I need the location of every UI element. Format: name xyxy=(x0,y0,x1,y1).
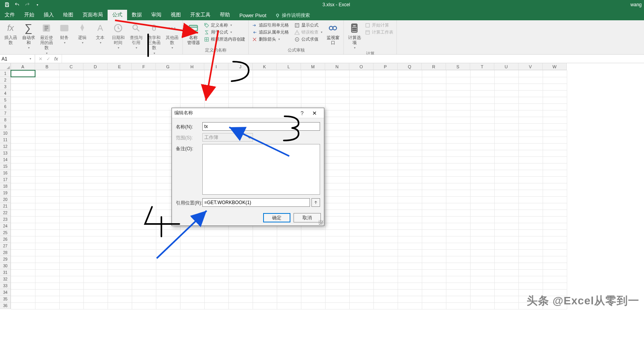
row-header[interactable]: 9 xyxy=(0,123,11,130)
cell[interactable] xyxy=(11,156,35,163)
cell[interactable] xyxy=(59,302,83,309)
cell[interactable] xyxy=(35,203,59,210)
cell[interactable] xyxy=(398,216,422,223)
cell[interactable] xyxy=(518,269,543,276)
cell[interactable] xyxy=(59,283,83,289)
cell[interactable] xyxy=(446,123,470,130)
cell[interactable] xyxy=(108,269,132,276)
cell[interactable] xyxy=(59,110,83,117)
cell[interactable] xyxy=(253,84,277,90)
cell[interactable] xyxy=(132,117,156,123)
cell[interactable] xyxy=(132,236,156,243)
cell[interactable] xyxy=(470,143,494,150)
cell[interactable] xyxy=(156,77,180,84)
cell[interactable] xyxy=(228,276,253,283)
cell[interactable] xyxy=(446,269,470,276)
cell[interactable] xyxy=(132,70,156,77)
cell[interactable] xyxy=(83,276,108,283)
cell[interactable] xyxy=(301,236,325,243)
row-header[interactable]: 22 xyxy=(0,210,11,216)
cell[interactable] xyxy=(132,216,156,223)
row-header[interactable]: 36 xyxy=(0,302,11,309)
cell[interactable] xyxy=(422,302,446,309)
column-header[interactable]: E xyxy=(108,63,132,70)
close-icon[interactable]: ✕ xyxy=(308,110,322,116)
cell[interactable] xyxy=(253,229,277,236)
cell[interactable] xyxy=(35,249,59,256)
cell[interactable] xyxy=(277,276,301,283)
cell[interactable] xyxy=(349,97,373,103)
cell[interactable] xyxy=(543,117,567,123)
cell[interactable] xyxy=(398,296,422,302)
column-header[interactable]: N xyxy=(325,63,349,70)
cell[interactable] xyxy=(228,249,253,256)
cell[interactable] xyxy=(108,170,132,176)
cell[interactable] xyxy=(446,77,470,84)
row-header[interactable]: 19 xyxy=(0,190,11,196)
cell[interactable] xyxy=(83,229,108,236)
cell[interactable] xyxy=(518,203,543,210)
row-header[interactable]: 1 xyxy=(0,70,11,77)
cell[interactable] xyxy=(422,256,446,263)
column-header[interactable]: G xyxy=(156,63,180,70)
cell[interactable] xyxy=(35,90,59,97)
cell[interactable] xyxy=(349,210,373,216)
cell[interactable] xyxy=(349,163,373,170)
cell[interactable] xyxy=(156,263,180,269)
cell[interactable] xyxy=(446,117,470,123)
cell[interactable] xyxy=(253,243,277,249)
cell[interactable] xyxy=(373,70,398,77)
cell[interactable] xyxy=(11,302,35,309)
cell[interactable] xyxy=(59,123,83,130)
cell[interactable] xyxy=(83,70,108,77)
cell[interactable] xyxy=(470,123,494,130)
cell[interactable] xyxy=(543,123,567,130)
refers-to-input[interactable] xyxy=(202,198,310,207)
cell[interactable] xyxy=(470,130,494,137)
cell[interactable] xyxy=(204,236,228,243)
cell[interactable] xyxy=(446,190,470,196)
cell[interactable] xyxy=(518,70,543,77)
cell[interactable] xyxy=(543,183,567,190)
cell[interactable] xyxy=(325,143,349,150)
cell[interactable] xyxy=(543,249,567,256)
cell[interactable] xyxy=(132,103,156,110)
cell[interactable] xyxy=(470,97,494,103)
cell[interactable] xyxy=(156,97,180,103)
cell[interactable] xyxy=(11,84,35,90)
cell[interactable] xyxy=(398,269,422,276)
cell[interactable] xyxy=(470,137,494,143)
cell[interactable] xyxy=(518,170,543,176)
cell[interactable] xyxy=(108,263,132,269)
cell[interactable] xyxy=(373,243,398,249)
cell[interactable] xyxy=(494,150,518,156)
column-header[interactable]: T xyxy=(470,63,494,70)
cell[interactable] xyxy=(422,236,446,243)
cell[interactable] xyxy=(277,90,301,97)
cell[interactable] xyxy=(373,236,398,243)
autosum-button[interactable]: ∑自动求和▾ xyxy=(19,21,37,50)
more-func-button[interactable]: 其他函数▾ xyxy=(163,21,181,50)
row-header[interactable]: 2 xyxy=(0,77,11,84)
cell[interactable] xyxy=(494,263,518,269)
cell[interactable] xyxy=(59,190,83,196)
cell[interactable] xyxy=(11,70,35,77)
cell[interactable] xyxy=(108,223,132,229)
cell[interactable] xyxy=(398,243,422,249)
cell[interactable] xyxy=(132,123,156,130)
cell[interactable] xyxy=(83,97,108,103)
row-header[interactable]: 32 xyxy=(0,276,11,283)
column-header[interactable]: R xyxy=(422,63,446,70)
cell[interactable] xyxy=(83,156,108,163)
cell[interactable] xyxy=(349,84,373,90)
cell[interactable] xyxy=(253,236,277,243)
cell[interactable] xyxy=(301,84,325,90)
cell[interactable] xyxy=(470,289,494,296)
cell[interactable] xyxy=(422,229,446,236)
lookup-button[interactable]: 查找与引用▾ xyxy=(127,21,145,50)
cell[interactable] xyxy=(422,223,446,229)
cell[interactable] xyxy=(204,97,228,103)
cell[interactable] xyxy=(470,229,494,236)
cell[interactable] xyxy=(301,243,325,249)
cell[interactable] xyxy=(422,117,446,123)
